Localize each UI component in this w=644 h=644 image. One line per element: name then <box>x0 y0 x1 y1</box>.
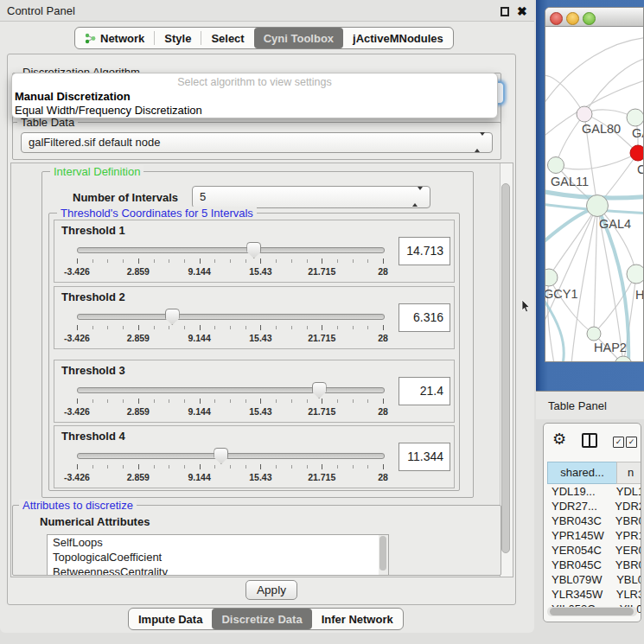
columns-icon[interactable] <box>582 433 597 448</box>
tick-mark <box>367 259 368 263</box>
numerical-attributes-list[interactable]: SelfLoopsTopologicalCoefficientBetweenne… <box>47 534 389 576</box>
tick-label: 21.715 <box>308 333 335 343</box>
window-title: Control Panel <box>7 0 75 22</box>
tick-mark <box>291 326 292 329</box>
tab-network[interactable]: Network <box>75 28 154 48</box>
checkbox-icon[interactable]: ✓ <box>613 437 624 448</box>
tab-impute-data[interactable]: Impute Data <box>129 609 212 629</box>
horizontal-scrollbar-thumb[interactable] <box>550 608 634 615</box>
slider-thumb[interactable] <box>165 309 180 325</box>
zoom-traffic-light-icon[interactable] <box>583 12 596 25</box>
network-node-gal4[interactable] <box>587 195 609 217</box>
checkbox-icon[interactable]: ✓ <box>626 437 637 448</box>
tick-mark <box>154 326 155 329</box>
tick-mark <box>77 464 78 469</box>
network-canvas[interactable]: GAL80 GA C GAL11 GAL4 GCY1 H HAP2 <box>545 27 644 362</box>
tick-mark <box>169 259 169 263</box>
gear-icon[interactable]: ⚙ <box>552 430 566 448</box>
threshold-4-value-field[interactable]: 11.344 <box>399 443 450 471</box>
network-window-titlebar[interactable] <box>545 8 644 27</box>
network-node[interactable] <box>627 265 644 284</box>
network-node[interactable] <box>627 109 644 126</box>
algorithm-popup: Select algorithm to view settings Manual… <box>11 73 498 118</box>
threshold-2-slider[interactable]: -3.4262.8599.14415.4321.71528 <box>70 306 390 348</box>
slider-track[interactable] <box>77 314 385 320</box>
vertical-scrollbar-thumb[interactable] <box>501 183 510 553</box>
table-panel-titlebar[interactable]: Table Panel <box>536 391 644 419</box>
table-row[interactable]: YLR345WYLR3 <box>547 587 641 602</box>
tick-mark <box>77 325 78 330</box>
slider-thumb[interactable] <box>246 242 261 258</box>
threshold-3-value-field[interactable]: 21.4 <box>399 377 450 405</box>
table-row[interactable]: YBR043CYBR0 <box>547 513 641 528</box>
table-cell: YDL19... <box>547 484 613 499</box>
apply-button[interactable]: Apply <box>245 580 297 600</box>
network-node-hap2[interactable] <box>587 327 601 341</box>
horizontal-scrollbar[interactable] <box>547 607 637 616</box>
network-node-gal11[interactable] <box>548 157 564 174</box>
tick-label: 9.144 <box>188 266 210 277</box>
tick-mark <box>123 259 124 263</box>
slider-track[interactable] <box>77 387 385 393</box>
network-node-gcy1[interactable] <box>545 269 558 286</box>
attribute-list-item[interactable]: TopologicalCoefficient <box>48 550 388 564</box>
tick-label: 21.715 <box>308 472 335 482</box>
tick-mark <box>138 464 139 469</box>
threshold-1-value-field[interactable]: 14.713 <box>399 237 450 265</box>
tick-mark <box>214 326 215 329</box>
threshold-label: Threshold 2 <box>61 290 125 303</box>
thresholds-group-title: Threshold's Coordinates for 5 Intervals <box>57 207 257 220</box>
tab-label: jActiveMNodules <box>353 32 443 45</box>
threshold-4-slider[interactable]: -3.4262.8599.14415.4321.71528 <box>70 445 390 487</box>
tick-mark <box>322 464 322 469</box>
tick-mark <box>260 258 261 264</box>
minimize-traffic-light-icon[interactable] <box>566 12 579 25</box>
tick-mark <box>200 464 201 469</box>
network-node-gal80[interactable] <box>577 106 592 122</box>
tick-label: 2.859 <box>127 406 150 417</box>
attributes-scrollbar-thumb[interactable] <box>379 536 386 571</box>
slider-thumb[interactable] <box>214 448 228 464</box>
number-of-intervals-spinner[interactable]: 5 <box>192 186 430 208</box>
threshold-1-slider[interactable]: -3.4262.8599.14415.4321.71528 <box>70 239 390 281</box>
threshold-2-value-field[interactable]: 6.316 <box>399 303 450 332</box>
tab-cyni-toolbox[interactable]: Cyni Toolbox <box>254 28 343 48</box>
bottom-tabbar: Impute Data Discretize Data Infer Networ… <box>128 608 404 630</box>
slider-track[interactable] <box>77 453 385 459</box>
tick-mark <box>322 258 322 264</box>
close-icon[interactable]: ✖ <box>517 3 527 20</box>
popup-option-equal-width-frequency[interactable]: Equal Width/Frequency Discretization <box>15 104 202 117</box>
table-row[interactable]: YER054CYER0 <box>547 543 641 558</box>
tick-label: 15.43 <box>249 333 271 343</box>
tab-select[interactable]: Select <box>201 28 253 48</box>
table-row[interactable]: YBR045CYBR0 <box>547 558 641 572</box>
tab-style[interactable]: Style <box>155 28 201 48</box>
table-row[interactable]: YBL079WYBL0 <box>547 572 641 587</box>
table-cell: YBR045C <box>547 558 612 572</box>
table-row[interactable]: YDR27...YDR2 <box>547 499 641 513</box>
slider-track[interactable] <box>77 247 385 253</box>
tick-label: 28 <box>378 333 388 343</box>
close-traffic-light-icon[interactable] <box>550 12 563 25</box>
tick-mark <box>107 259 108 263</box>
slider-thumb[interactable] <box>312 382 327 399</box>
attribute-list-item[interactable]: SelfLoops <box>48 535 388 550</box>
threshold-3-slider[interactable]: -3.4262.8599.14415.4321.71528 <box>70 379 390 421</box>
float-window-icon[interactable] <box>501 7 509 16</box>
tick-mark <box>107 326 108 329</box>
table-row[interactable]: YDL19...YDL1 <box>547 484 641 499</box>
tick-mark <box>77 399 78 404</box>
table-data-select[interactable]: galFiltered.sif default node <box>21 132 493 153</box>
tab-discretize-data[interactable]: Discretize Data <box>212 609 311 629</box>
tab-infer-network[interactable]: Infer Network <box>312 609 403 629</box>
popup-option-manual-discretization[interactable]: Manual Discretization <box>15 90 131 103</box>
tab-jactivemnodules[interactable]: jActiveMNodules <box>343 28 453 48</box>
column-header-shared-name[interactable]: shared... <box>547 462 617 484</box>
attribute-list-item[interactable]: BetweennessCentrality <box>48 564 388 576</box>
table-row[interactable]: YPR145WYPR1 <box>547 528 641 543</box>
control-panel-titlebar[interactable]: Control Panel ✖ <box>0 0 534 22</box>
tick-mark <box>337 326 338 329</box>
node-label: GAL11 <box>551 175 589 188</box>
column-header-name[interactable]: n <box>616 462 641 484</box>
network-node-selected-red[interactable] <box>630 145 644 161</box>
